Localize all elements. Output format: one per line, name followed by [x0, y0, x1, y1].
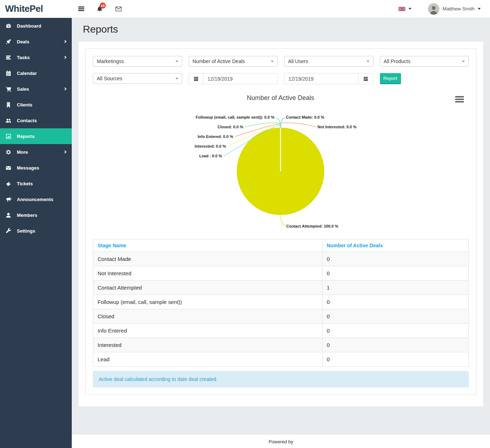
powered-by-text: Powered by: [269, 439, 293, 444]
wrench-icon: [5, 228, 11, 234]
caret-down-icon: [462, 61, 465, 62]
column-header-stage-name[interactable]: Stage Name: [93, 239, 322, 252]
user-menu[interactable]: Matthew Smith: [428, 3, 481, 15]
date-to-input[interactable]: [284, 73, 359, 84]
pie-label-lead: Lead : 0.0 %: [199, 154, 222, 158]
table-row: Lead0: [93, 352, 469, 367]
chevron-right-icon: [63, 87, 66, 90]
chevron-down-icon: [478, 8, 481, 10]
sidebar-item-more[interactable]: More: [0, 144, 72, 160]
table-row: Closed0: [93, 309, 469, 324]
sidebar-item-dashboard[interactable]: Dashboard: [0, 18, 72, 34]
count-cell: 0: [322, 266, 468, 281]
app-logo[interactable]: WhitePel: [0, 3, 72, 14]
count-cell: 0: [322, 252, 468, 266]
report-type-select[interactable]: Number of Active Deals: [189, 56, 278, 67]
sidebar: Dashboard Deals Tasks Calendar Sales Cli…: [0, 18, 72, 448]
count-cell: 0: [322, 338, 468, 352]
stage-cell: Interested: [93, 338, 322, 352]
pipeline-select[interactable]: Marketingss: [93, 56, 182, 67]
sidebar-item-label: Members: [17, 213, 37, 218]
gear-icon: [5, 149, 11, 155]
page-title: Reports: [83, 24, 490, 35]
report-type-select-value: Number of Active Deals: [193, 58, 245, 64]
sidebar-item-clients[interactable]: Clients: [0, 97, 72, 113]
report-panel: Marketingss Number of Active Deals All U…: [85, 48, 476, 395]
sidebar-item-sales[interactable]: Sales: [0, 81, 72, 97]
envelope-icon: [5, 165, 11, 171]
sidebar-item-deals[interactable]: Deals: [0, 34, 72, 49]
notifications-bell-icon[interactable]: 19: [96, 6, 103, 12]
date-from-group: [189, 73, 278, 84]
avatar: [428, 3, 439, 15]
table-header-row: Stage Name Number of Active Deals: [93, 239, 469, 252]
table-row: Not Interested0: [93, 266, 469, 281]
footer: Powered by: [72, 435, 490, 448]
ticket-icon: [5, 181, 11, 187]
count-cell: 0: [322, 324, 468, 338]
sidebar-item-label: Calendar: [17, 71, 37, 76]
sidebar-item-tickets[interactable]: Tickets: [0, 176, 72, 191]
rocket-icon: [5, 39, 11, 45]
chevron-down-icon: [409, 8, 411, 10]
bullhorn-icon: [5, 196, 11, 202]
user-name: Matthew Smith: [443, 6, 475, 11]
caret-down-icon: [367, 61, 369, 62]
bar-chart-icon: [5, 133, 11, 139]
sidebar-item-settings[interactable]: Settings: [0, 223, 72, 239]
sidebar-item-label: Announcements: [17, 197, 53, 202]
sources-select[interactable]: All Sources: [93, 73, 182, 84]
sources-select-value: All Sources: [97, 76, 122, 81]
calendar-icon[interactable]: [359, 73, 373, 84]
stages-table: Stage Name Number of Active Deals Contac…: [93, 239, 469, 367]
sidebar-item-announcements[interactable]: Announcements: [0, 191, 72, 207]
envelope-icon: [115, 6, 122, 12]
language-selector[interactable]: [399, 7, 411, 11]
building-icon: [5, 102, 11, 108]
products-select[interactable]: All Products: [380, 56, 469, 67]
chevron-right-icon: [63, 56, 66, 59]
sidebar-item-reports[interactable]: Reports: [0, 128, 72, 144]
stage-cell: Followup (email, call, sample sent)): [93, 295, 322, 309]
sidebar-item-contacts[interactable]: Contacts: [0, 113, 72, 128]
table-row: Followup (email, call, sample sent))0: [93, 295, 469, 309]
sidebar-item-label: Tickets: [17, 181, 33, 186]
sidebar-item-tasks[interactable]: Tasks: [0, 49, 72, 65]
report-button[interactable]: Report: [380, 73, 401, 84]
users-select[interactable]: All Users: [284, 56, 373, 67]
count-cell: 0: [322, 352, 468, 367]
calendar-icon[interactable]: [189, 73, 203, 84]
sidebar-item-label: Messages: [17, 165, 39, 171]
sidebar-item-calendar[interactable]: Calendar: [0, 65, 72, 81]
pie-label-followup: Followup (email, call, sample sent)): 0.…: [196, 115, 274, 119]
column-header-active-deals[interactable]: Number of Active Deals: [322, 239, 468, 252]
stage-cell: Contact Made: [93, 252, 322, 266]
user-icon: [5, 212, 11, 218]
stage-cell: Contact Attempted: [93, 281, 322, 295]
pipeline-select-value: Marketingss: [97, 58, 124, 64]
stage-cell: Lead: [93, 352, 322, 367]
dashboard-icon: [5, 23, 11, 29]
caret-down-icon: [271, 61, 274, 62]
sidebar-item-label: Sales: [17, 86, 29, 92]
sidebar-item-label: Dashboard: [17, 23, 41, 29]
calendar-icon: [5, 70, 11, 76]
sidebar-toggle-icon[interactable]: [78, 6, 84, 12]
sidebar-item-members[interactable]: Members: [0, 207, 72, 223]
connector-not-interested: [281, 123, 316, 127]
pie-label-interested: Interested: 0.0 %: [195, 144, 226, 148]
connector-contact-made: [281, 118, 285, 128]
sidebar-item-label: Contacts: [17, 118, 37, 123]
messages-envelope-button[interactable]: [115, 6, 122, 12]
pie-label-closed: Closed: 0.0 %: [217, 125, 243, 129]
sidebar-item-messages[interactable]: Messages: [0, 160, 72, 176]
users-select-value: All Users: [288, 58, 308, 64]
date-from-input[interactable]: [203, 73, 278, 84]
pie-chart-plot: [93, 89, 468, 236]
products-select-value: All Products: [384, 58, 411, 64]
pie-chart: Number of Active Deals Followup (email, …: [93, 89, 468, 236]
caret-down-icon: [175, 78, 178, 80]
table-row: Interested0: [93, 338, 469, 352]
report-button-cell: Report: [380, 73, 469, 84]
sidebar-item-label: Tasks: [17, 55, 30, 60]
